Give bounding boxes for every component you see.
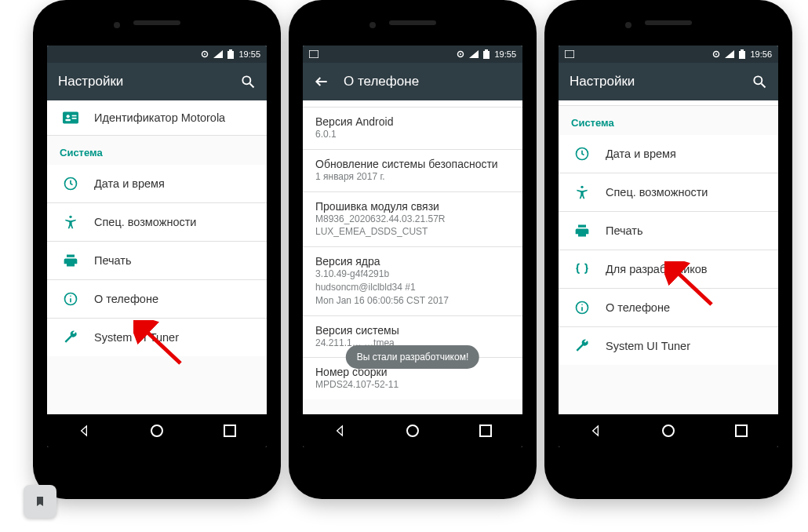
detail-value: 1 января 2017 г. <box>315 170 510 184</box>
circle-icon <box>201 50 209 58</box>
svg-rect-8 <box>65 119 71 122</box>
section-header-system: Система <box>559 106 778 135</box>
clock-icon <box>60 176 82 191</box>
list-item-label: О телефоне <box>94 293 158 305</box>
svg-rect-22 <box>483 51 490 59</box>
svg-rect-23 <box>485 49 488 51</box>
signal-icon <box>469 50 479 58</box>
navbar-3 <box>559 414 778 447</box>
appbar-3: Настройки <box>559 63 778 100</box>
appbar-2: О телефоне <box>303 63 522 100</box>
svg-rect-26 <box>565 50 574 58</box>
nav-recent-icon[interactable] <box>468 420 503 442</box>
svg-rect-10 <box>72 118 77 119</box>
detail-baseband[interactable]: Прошивка модуля связи M8936_2020632.44.0… <box>303 192 522 248</box>
appbar-title: О телефоне <box>344 74 419 89</box>
svg-point-24 <box>407 425 418 436</box>
statusbar-1: 19:55 <box>47 46 267 63</box>
search-icon[interactable] <box>752 74 767 89</box>
wrench-icon <box>60 330 82 345</box>
circle-icon <box>457 50 464 58</box>
detail-security-patch[interactable]: Обновление системы безопасности 1 января… <box>303 150 522 192</box>
svg-point-38 <box>663 425 674 436</box>
accessibility-icon <box>571 184 593 200</box>
detail-kernel[interactable]: Версия ядра 3.10.49-g4f4291b hudsoncm@il… <box>303 247 522 315</box>
svg-rect-29 <box>739 51 745 59</box>
svg-rect-3 <box>229 49 232 51</box>
nav-home-icon[interactable] <box>651 420 686 442</box>
braces-icon <box>571 261 593 277</box>
back-arrow-icon[interactable] <box>314 74 329 89</box>
nav-recent-icon[interactable] <box>213 420 247 442</box>
list-item-print[interactable]: Печать <box>559 212 778 250</box>
list-item-system-ui-tuner[interactable]: System UI Tuner <box>47 319 267 356</box>
list-item-label: System UI Tuner <box>606 340 690 352</box>
svg-point-31 <box>754 76 762 84</box>
statusbar-2: 19:55 <box>303 46 522 63</box>
detail-value: M8936_2020632.44.03.21.57R LUX_EMEA_DSDS… <box>315 213 510 239</box>
list-3: Система Дата и время Спец. возможности П… <box>559 100 778 414</box>
list-item-developer-options[interactable]: Для разработчиков <box>559 250 778 289</box>
detail-value: 3.10.49-g4f4291b hudsoncm@ilclbld34 #1 M… <box>315 268 510 307</box>
svg-rect-30 <box>741 49 744 51</box>
svg-point-21 <box>460 53 461 55</box>
info-icon <box>571 300 593 315</box>
status-time: 19:56 <box>750 49 772 59</box>
battery-icon <box>483 49 490 59</box>
svg-point-1 <box>204 53 206 55</box>
list-item-system-ui-tuner[interactable]: System UI Tuner <box>559 327 778 365</box>
nav-home-icon[interactable] <box>395 420 430 442</box>
navbar-2 <box>303 414 522 447</box>
nav-recent-icon[interactable] <box>724 420 759 442</box>
phone-mock-2: 19:55 О телефоне Версия Android 6.0.1 Об… <box>289 0 537 499</box>
svg-point-4 <box>242 76 250 84</box>
list-item-label: System UI Tuner <box>94 331 179 344</box>
screenshot-icon <box>309 50 318 58</box>
info-icon <box>60 291 82 307</box>
phone-mock-3: 19:56 Настройки Система Дата и время Сп <box>544 0 792 499</box>
id-card-icon <box>60 111 82 124</box>
status-time: 19:55 <box>494 49 516 59</box>
list-item-about-phone[interactable]: О телефоне <box>47 280 267 319</box>
nav-back-icon[interactable] <box>578 420 613 442</box>
screen-2: 19:55 О телефоне Версия Android 6.0.1 Об… <box>303 46 522 447</box>
list-item-label: Спец. возможности <box>606 186 708 199</box>
status-time: 19:55 <box>238 49 260 59</box>
navbar-1 <box>47 414 267 447</box>
list-item-accessibility[interactable]: Спец. возможности <box>559 173 778 212</box>
svg-rect-39 <box>736 425 747 436</box>
list-item-about-phone[interactable]: О телефоне <box>559 289 778 327</box>
svg-point-12 <box>69 216 71 218</box>
list-item-motorola-id[interactable]: Идентификатор Motorola <box>47 100 267 136</box>
list-item-label: О телефоне <box>606 301 670 314</box>
wrench-icon <box>571 338 593 354</box>
list-1: Идентификатор Motorola Система Дата и вр… <box>47 100 267 414</box>
appbar-title: Настройки <box>570 74 635 89</box>
detail-android-version[interactable]: Версия Android 6.0.1 <box>303 107 522 150</box>
bookmark-button[interactable] <box>24 485 56 518</box>
list-item-label: Спец. возможности <box>94 216 196 228</box>
detail-title: Версия ядра <box>315 255 510 268</box>
screen-3: 19:56 Настройки Система Дата и время Сп <box>559 46 778 447</box>
list-item-print[interactable]: Печать <box>47 242 267 280</box>
list-item-datetime[interactable]: Дата и время <box>47 165 267 203</box>
detail-title: Прошивка модуля связи <box>315 200 510 213</box>
signal-icon <box>725 50 734 58</box>
svg-point-37 <box>581 304 583 305</box>
search-icon[interactable] <box>240 74 256 89</box>
nav-back-icon[interactable] <box>67 420 101 442</box>
list-item-label: Печать <box>94 254 132 267</box>
signal-icon <box>213 50 223 58</box>
list-item-label: Дата и время <box>606 148 676 160</box>
nav-home-icon[interactable] <box>140 420 174 442</box>
bookmark-icon <box>34 494 46 509</box>
svg-rect-9 <box>72 115 77 117</box>
list-item-label: Идентификатор Motorola <box>94 111 225 124</box>
list-item-label: Печать <box>606 224 643 237</box>
detail-title: Обновление системы безопасности <box>315 158 510 170</box>
list-item-datetime[interactable]: Дата и время <box>559 135 778 173</box>
svg-rect-2 <box>227 51 234 59</box>
list-item-accessibility[interactable]: Спец. возможности <box>47 203 267 242</box>
nav-back-icon[interactable] <box>322 420 357 442</box>
appbar-title: Настройки <box>58 74 123 89</box>
